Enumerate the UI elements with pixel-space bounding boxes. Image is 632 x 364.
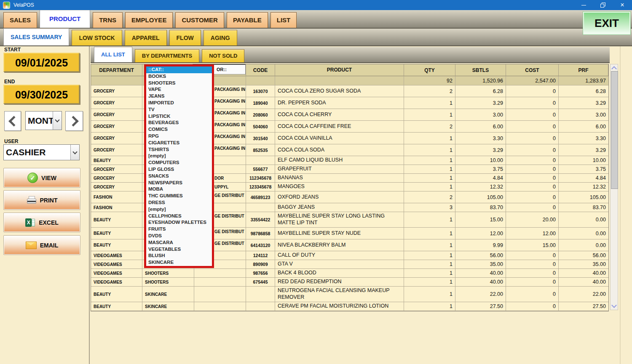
cell-qty: 2 [404,121,455,133]
subtab-flow[interactable]: FLOW [169,30,201,45]
tab-list[interactable]: LIST [270,12,297,28]
header-qty[interactable]: QTY [404,64,455,76]
tab-product[interactable]: PRODUCT [40,10,90,28]
listtab-not-sold[interactable]: NOT SOLD [202,49,244,62]
cell-prf: 40.00 [559,278,608,287]
category-option-dvds[interactable]: DVDS [146,233,212,239]
cell-department: VIDEOGAMES [91,260,142,269]
next-period-button[interactable] [65,111,83,131]
excel-button[interactable]: EXCEL [3,213,80,232]
subtab-aging[interactable]: AGING [204,30,237,45]
category-option-cellphones[interactable]: CELLPHONES [146,213,212,220]
cell-prf: 56.00 [559,251,608,260]
cell-sbtls: 3.00 [455,109,506,121]
subtab-apparel[interactable]: APPAREL [125,30,167,45]
category-option-lipstick[interactable]: LIPSTICK [146,113,212,120]
end-label: END [4,79,15,85]
category-option-rpg[interactable]: RPG [146,133,212,140]
category-dropdown-list[interactable]: ::CAT::BOOKSSHOOTERSVAPEJEANSIMPORTEDTVL… [144,64,214,268]
category-option-thc-gummies[interactable]: THC GUMMIES [146,193,212,199]
category-option-empty[interactable]: [empty] [146,153,212,159]
header-product[interactable]: PRODUCT [275,64,404,76]
tab-sales[interactable]: SALES [3,12,37,28]
tab-customer[interactable]: CUSTOMER [175,12,224,28]
listtab-all-list[interactable]: ALL LIST [94,47,132,62]
cell-qty: 1 [404,183,455,191]
cell-product: COCA COLA ZERO SUGAR SODA [275,85,404,97]
category-option-newspapers[interactable]: NEWSPAPERS [146,180,212,186]
header-sbtls[interactable]: SBTLS [455,64,506,76]
header-code[interactable]: CODE [246,64,275,76]
tab-employee[interactable]: EMPLOYEE [125,12,173,28]
cell-cost: 0 [506,121,559,133]
category-option-tv[interactable]: TV [146,106,212,113]
category-option-tshirts[interactable]: TSHIRTS [146,146,212,153]
close-button[interactable]: × [613,0,632,10]
subtab-low-stock[interactable]: LOW STOCK [72,30,122,45]
period-select[interactable]: MONTH [25,111,62,130]
subtab-sales-summary[interactable]: SALES SUMMARY [3,28,69,45]
cell-code: 504060 [246,121,275,133]
view-button[interactable]: VIEW [3,168,80,188]
category-option-shooters[interactable]: SHOOTERS [146,80,212,87]
category-option-fruits[interactable]: FRUITS [146,226,212,233]
cell-qty: 1 [404,302,455,311]
category-option-empty[interactable]: [empty] [146,206,212,213]
table-row[interactable]: VIDEOGAMESSHOOTERS987656BACK 4 BLOOD140.… [91,269,608,278]
category-option-books[interactable]: BOOKS [146,73,212,80]
table-row[interactable]: BEAUTYSKINCARENEUTROGENA FACIAL CLEANSIN… [91,287,608,302]
category-option-vegetables[interactable]: VEGETABLES [146,246,212,253]
category-option-beverages[interactable]: BEVERAGES [146,120,212,126]
email-button[interactable]: EMAIL [3,235,80,255]
period-dropdown-button[interactable] [53,112,62,130]
restore-button[interactable] [593,0,613,10]
prev-period-button[interactable] [4,111,21,131]
category-option-snacks[interactable]: SNACKS [146,173,212,180]
minimize-button[interactable] [574,0,593,10]
vertical-scrollbar[interactable] [610,64,618,310]
category-option-lip-gloss[interactable]: LIP GLOSS [146,166,212,173]
chevron-right-icon [68,116,78,126]
category-option-moba[interactable]: MOBA [146,186,212,193]
cell-code: 163070 [246,85,275,97]
cell-prf: 3.00 [559,109,608,121]
cell-prf: 0.00 [559,239,608,251]
category-option-cigarettes[interactable]: CIGARETTES [146,140,212,146]
tab-payable[interactable]: PAYABLE [227,12,268,28]
cell-code [246,287,275,302]
scroll-up-button[interactable] [611,65,618,72]
cell-product: RED DEAD REDEMPTION [275,278,404,287]
cell-qty: 3 [404,203,455,212]
category-option-eyeshadow-palettes[interactable]: EYESHADOW PALETTES [146,219,212,226]
header-prf[interactable]: PRF [559,64,608,76]
category-option-blush[interactable]: BLUSH [146,252,212,259]
header-cost[interactable]: COST [506,64,559,76]
category-option-computers[interactable]: COMPUTERS [146,159,212,166]
cell-prf: 0.00 [559,212,608,228]
tab-trns[interactable]: TRNS [93,12,123,28]
category-option-dress[interactable]: DRESS [146,199,212,206]
scroll-down-button[interactable] [611,303,618,309]
exit-button[interactable]: EXIT [583,11,631,35]
start-date-button[interactable]: 09/01/2025 [3,53,80,72]
user-dropdown-button[interactable] [70,145,79,160]
table-row[interactable]: VIDEOGAMESSHOOTERS675445RED DEAD REDEMPT… [91,278,608,287]
end-date-button[interactable]: 09/30/2025 [3,85,80,104]
category-option-cat[interactable]: ::CAT:: [146,66,212,73]
category-option-mascara[interactable]: MASCARA [146,239,212,246]
print-button[interactable]: PRINT [3,190,80,210]
header-department[interactable]: DEPARTMENT [91,64,142,76]
table-row[interactable]: BEAUTYSKINCARECERAVE PM FACIAL MOISTURIZ… [91,302,608,311]
cell-cost: 0 [506,97,559,109]
category-option-vape[interactable]: VAPE [146,86,212,93]
category-option-comics[interactable]: COMICS [146,126,212,133]
category-option-jeans[interactable]: JEANS [146,93,212,100]
cell-department: FASHION [91,191,142,203]
scrollbar-thumb[interactable] [611,71,618,189]
category-option-imported[interactable]: IMPORTED [146,100,212,106]
category-option-skincare[interactable]: SKINCARE [146,259,212,266]
cell-product: COCA COLA CHERRY [275,109,404,121]
cell-qty: 1 [404,260,455,269]
user-select[interactable]: CASHIER [3,144,80,160]
listtab-by-departments[interactable]: BY DEPARTMENTS [135,49,199,62]
